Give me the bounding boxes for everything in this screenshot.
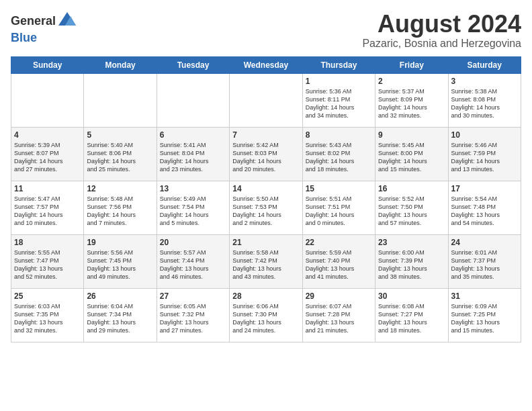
day-cell-3-3: 21Sunrise: 5:58 AM Sunset: 7:42 PM Dayli… [230,234,302,288]
location-title: Pazaric, Bosnia and Herzegovina [362,38,521,50]
logo-icon [57,11,77,31]
day-number: 5 [87,130,153,140]
day-cell-3-2: 20Sunrise: 5:57 AM Sunset: 7:44 PM Dayli… [157,234,229,288]
week-row-5: 25Sunrise: 6:03 AM Sunset: 7:35 PM Dayli… [11,288,521,342]
day-info: Sunrise: 5:36 AM Sunset: 8:11 PM Dayligh… [306,87,372,120]
week-row-4: 18Sunrise: 5:55 AM Sunset: 7:47 PM Dayli… [11,234,521,288]
logo: General Blue [11,11,77,45]
day-number: 4 [14,130,81,140]
day-info: Sunrise: 5:49 AM Sunset: 7:54 PM Dayligh… [160,195,226,228]
day-info: Sunrise: 6:04 AM Sunset: 7:34 PM Dayligh… [87,302,153,335]
day-info: Sunrise: 5:46 AM Sunset: 7:59 PM Dayligh… [451,141,518,174]
day-cell-4-6: 31Sunrise: 6:09 AM Sunset: 7:25 PM Dayli… [448,288,521,342]
day-cell-0-6: 3Sunrise: 5:38 AM Sunset: 8:08 PM Daylig… [448,73,521,127]
day-number: 6 [160,130,226,140]
day-info: Sunrise: 5:54 AM Sunset: 7:48 PM Dayligh… [451,195,518,228]
day-number: 3 [451,77,518,86]
day-number: 2 [378,77,445,86]
day-cell-2-5: 16Sunrise: 5:52 AM Sunset: 7:50 PM Dayli… [375,181,448,234]
day-number: 9 [378,130,445,140]
day-info: Sunrise: 6:03 AM Sunset: 7:35 PM Dayligh… [14,302,81,335]
day-number: 28 [232,291,299,301]
day-number: 16 [378,184,445,193]
day-info: Sunrise: 5:47 AM Sunset: 7:57 PM Dayligh… [14,195,81,228]
day-cell-1-0: 4Sunrise: 5:39 AM Sunset: 8:07 PM Daylig… [11,127,84,181]
day-cell-4-3: 28Sunrise: 6:06 AM Sunset: 7:30 PM Dayli… [230,288,302,342]
title-section: August 2024 Pazaric, Bosnia and Herzegov… [362,11,521,50]
day-info: Sunrise: 5:39 AM Sunset: 8:07 PM Dayligh… [14,141,81,174]
day-cell-1-2: 6Sunrise: 5:41 AM Sunset: 8:04 PM Daylig… [157,127,229,181]
day-info: Sunrise: 5:38 AM Sunset: 8:08 PM Dayligh… [451,87,518,120]
day-info: Sunrise: 5:41 AM Sunset: 8:04 PM Dayligh… [160,141,226,174]
day-cell-3-6: 24Sunrise: 6:01 AM Sunset: 7:37 PM Dayli… [448,234,521,288]
week-row-3: 11Sunrise: 5:47 AM Sunset: 7:57 PM Dayli… [11,181,521,234]
day-cell-2-1: 12Sunrise: 5:48 AM Sunset: 7:56 PM Dayli… [84,181,157,234]
day-number: 20 [160,238,226,247]
header-thursday: Thursday [302,56,375,73]
day-info: Sunrise: 6:01 AM Sunset: 7:37 PM Dayligh… [451,248,518,281]
day-cell-3-1: 19Sunrise: 5:56 AM Sunset: 7:45 PM Dayli… [84,234,157,288]
day-cell-1-5: 9Sunrise: 5:45 AM Sunset: 8:00 PM Daylig… [375,127,448,181]
header-row: Sunday Monday Tuesday Wednesday Thursday… [11,56,521,73]
day-cell-1-4: 8Sunrise: 5:43 AM Sunset: 8:02 PM Daylig… [302,127,375,181]
day-info: Sunrise: 5:40 AM Sunset: 8:06 PM Dayligh… [87,141,153,174]
day-cell-3-0: 18Sunrise: 5:55 AM Sunset: 7:47 PM Dayli… [11,234,84,288]
day-number: 22 [306,238,372,247]
day-info: Sunrise: 6:08 AM Sunset: 7:27 PM Dayligh… [378,302,445,335]
day-info: Sunrise: 5:55 AM Sunset: 7:47 PM Dayligh… [14,248,81,281]
day-number: 8 [306,130,372,140]
day-number: 15 [306,184,372,193]
day-info: Sunrise: 6:09 AM Sunset: 7:25 PM Dayligh… [451,302,518,335]
day-cell-4-2: 27Sunrise: 6:05 AM Sunset: 7:32 PM Dayli… [157,288,229,342]
day-cell-2-2: 13Sunrise: 5:49 AM Sunset: 7:54 PM Dayli… [157,181,229,234]
day-cell-1-1: 5Sunrise: 5:40 AM Sunset: 8:06 PM Daylig… [84,127,157,181]
day-number: 17 [451,184,518,193]
day-info: Sunrise: 6:07 AM Sunset: 7:28 PM Dayligh… [306,302,372,335]
header-wednesday: Wednesday [230,56,302,73]
day-cell-2-0: 11Sunrise: 5:47 AM Sunset: 7:57 PM Dayli… [11,181,84,234]
day-number: 23 [378,238,445,247]
day-info: Sunrise: 5:57 AM Sunset: 7:44 PM Dayligh… [160,248,226,281]
day-number: 18 [14,238,81,247]
day-number: 27 [160,291,226,301]
day-number: 12 [87,184,153,193]
week-row-1: 1Sunrise: 5:36 AM Sunset: 8:11 PM Daylig… [11,73,521,127]
day-cell-4-1: 26Sunrise: 6:04 AM Sunset: 7:34 PM Dayli… [84,288,157,342]
day-number: 24 [451,238,518,247]
header-friday: Friday [375,56,448,73]
day-info: Sunrise: 5:56 AM Sunset: 7:45 PM Dayligh… [87,248,153,281]
header: General Blue August 2024 Pazaric, Bosnia… [11,11,521,50]
day-info: Sunrise: 5:51 AM Sunset: 7:51 PM Dayligh… [306,195,372,228]
day-info: Sunrise: 5:58 AM Sunset: 7:42 PM Dayligh… [232,248,299,281]
day-info: Sunrise: 5:42 AM Sunset: 8:03 PM Dayligh… [232,141,299,174]
day-number: 26 [87,291,153,301]
day-cell-2-6: 17Sunrise: 5:54 AM Sunset: 7:48 PM Dayli… [448,181,521,234]
day-info: Sunrise: 5:43 AM Sunset: 8:02 PM Dayligh… [306,141,372,174]
day-info: Sunrise: 5:50 AM Sunset: 7:53 PM Dayligh… [232,195,299,228]
week-row-2: 4Sunrise: 5:39 AM Sunset: 8:07 PM Daylig… [11,127,521,181]
day-info: Sunrise: 6:05 AM Sunset: 7:32 PM Dayligh… [160,302,226,335]
day-number: 30 [378,291,445,301]
day-cell-4-5: 30Sunrise: 6:08 AM Sunset: 7:27 PM Dayli… [375,288,448,342]
day-cell-1-3: 7Sunrise: 5:42 AM Sunset: 8:03 PM Daylig… [230,127,302,181]
day-cell-4-4: 29Sunrise: 6:07 AM Sunset: 7:28 PM Dayli… [302,288,375,342]
logo-blue: Blue [11,31,37,44]
calendar-table: Sunday Monday Tuesday Wednesday Thursday… [11,56,521,342]
day-number: 29 [306,291,372,301]
day-info: Sunrise: 6:06 AM Sunset: 7:30 PM Dayligh… [232,302,299,335]
day-number: 11 [14,184,81,193]
day-cell-1-6: 10Sunrise: 5:46 AM Sunset: 7:59 PM Dayli… [448,127,521,181]
header-saturday: Saturday [448,56,521,73]
day-info: Sunrise: 5:37 AM Sunset: 8:09 PM Dayligh… [378,87,445,120]
logo-general: General [11,14,56,28]
day-info: Sunrise: 5:48 AM Sunset: 7:56 PM Dayligh… [87,195,153,228]
day-cell-0-1 [84,73,157,127]
day-number: 19 [87,238,153,247]
header-tuesday: Tuesday [157,56,229,73]
day-number: 21 [232,238,299,247]
day-cell-0-5: 2Sunrise: 5:37 AM Sunset: 8:09 PM Daylig… [375,73,448,127]
day-cell-0-2 [157,73,229,127]
header-monday: Monday [84,56,157,73]
day-cell-0-3 [230,73,302,127]
day-number: 1 [306,77,372,86]
